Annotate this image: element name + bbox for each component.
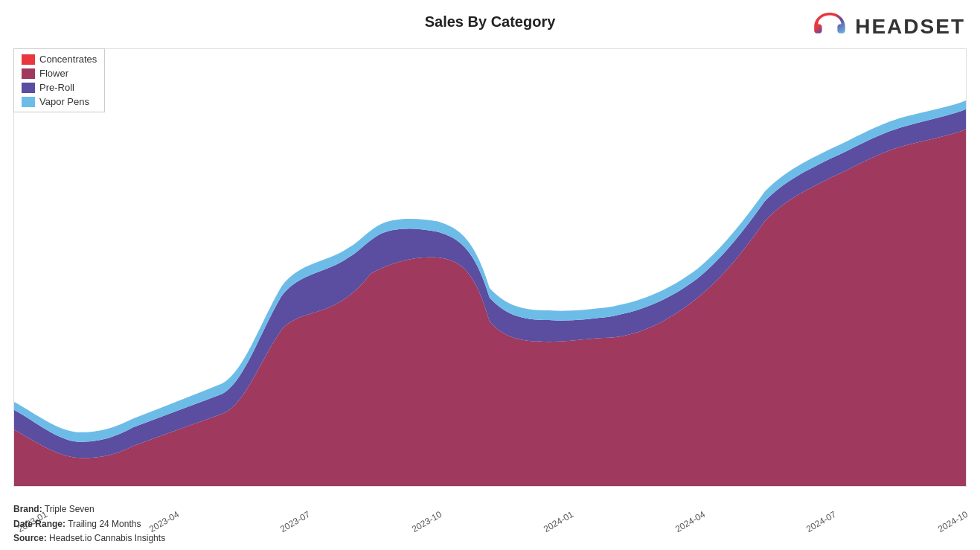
page-container: HEADSET Sales By Category Concentrates F… xyxy=(0,0,980,550)
chart-title: Sales By Category xyxy=(425,13,556,31)
headset-logo-icon xyxy=(810,7,849,46)
footer-brand-value: Triple Seven xyxy=(45,504,95,514)
footer-source-label: Source: xyxy=(13,533,47,543)
footer-source: Source: Headset.io Cannabis Insights xyxy=(13,531,165,546)
legend-item-preroll: Pre-Roll xyxy=(22,82,97,93)
x-label-6: 2024-07 xyxy=(804,509,838,534)
footer-source-value: Headset.io Cannabis Insights xyxy=(49,533,165,543)
footer-date-value: Trailing 24 Months xyxy=(68,519,141,529)
legend-item-vapor-pens: Vapor Pens xyxy=(22,96,97,107)
legend-label-concentrates: Concentrates xyxy=(39,54,97,65)
x-label-2: 2023-07 xyxy=(278,509,312,534)
footer-info: Brand: Triple Seven Date Range: Trailing… xyxy=(13,502,165,546)
x-label-4: 2024-01 xyxy=(542,509,575,534)
x-label-7: 2024-10 xyxy=(936,509,970,534)
legend-label-flower: Flower xyxy=(39,68,68,79)
legend-swatch-preroll xyxy=(22,83,35,93)
footer-brand: Brand: Triple Seven xyxy=(13,502,165,517)
x-label-5: 2024-04 xyxy=(673,509,706,534)
x-label-3: 2023-10 xyxy=(410,509,443,534)
legend-swatch-vapor-pens xyxy=(22,97,35,107)
legend-swatch-concentrates xyxy=(22,54,35,65)
chart-legend: Concentrates Flower Pre-Roll Vapor Pens xyxy=(13,48,105,112)
logo-area: HEADSET xyxy=(810,7,965,46)
chart-area xyxy=(13,48,967,487)
legend-item-concentrates: Concentrates xyxy=(22,54,97,65)
logo-text: HEADSET xyxy=(855,15,965,39)
legend-item-flower: Flower xyxy=(22,68,97,79)
legend-label-preroll: Pre-Roll xyxy=(39,82,74,93)
footer-date-label: Date Range: xyxy=(13,519,65,529)
legend-swatch-flower xyxy=(22,68,35,79)
footer-date: Date Range: Trailing 24 Months xyxy=(13,517,165,531)
legend-label-vapor-pens: Vapor Pens xyxy=(39,96,89,107)
chart-svg xyxy=(14,49,966,486)
footer-brand-label: Brand: xyxy=(13,504,42,514)
